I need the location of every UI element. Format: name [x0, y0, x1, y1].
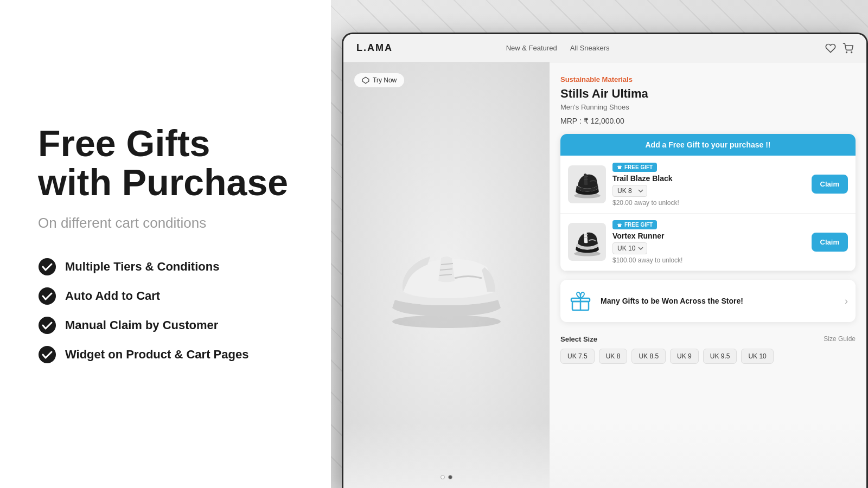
gift-item-2-info: FREE GIFT Vortex Runner UK 10 UK 8 UK 9 … [612, 220, 805, 265]
feature-item: Auto Add to Cart [38, 287, 293, 305]
product-type: Men's Running Shoes [560, 103, 856, 111]
size-btn[interactable]: UK 10 [741, 349, 773, 364]
tablet-frame: L.AMA New & Featured All Sneakers [342, 33, 868, 488]
product-price: MRP : ₹ 12,000.00 [560, 117, 856, 125]
chevron-right-icon: › [845, 296, 848, 307]
main-heading: Free Gifts with Purchase [38, 124, 293, 202]
svg-point-5 [851, 52, 852, 53]
left-panel: Free Gifts with Purchase On different ca… [0, 0, 331, 488]
store-nav-icons [825, 43, 853, 54]
product-category: Sustainable Materials [560, 75, 856, 84]
size-header: Select Size Size Guide [560, 335, 856, 343]
gift-item-2-name: Vortex Runner [612, 232, 805, 240]
check-icon [38, 345, 56, 364]
svg-point-3 [39, 346, 56, 363]
svg-line-17 [584, 234, 588, 235]
gift-icon-2 [617, 222, 622, 228]
gift-size-select-1[interactable]: UK 8 UK 9 UK 10 [612, 185, 647, 197]
dot-1[interactable] [441, 475, 445, 479]
svg-line-18 [584, 237, 588, 237]
many-gifts-banner[interactable]: Many Gifts to be Won Across the Store! › [560, 280, 856, 322]
size-section: Select Size Size Guide UK 7.5UK 8UK 8.5U… [560, 331, 856, 364]
gift-item-1: FREE GIFT Trail Blaze Black UK 8 UK 9 UK… [560, 156, 856, 214]
gift-icon-1 [617, 164, 622, 170]
gift-unlock-2: $100.00 away to unlock! [612, 256, 805, 264]
sneaker-image [360, 216, 533, 335]
gift-box-icon [568, 288, 593, 313]
claim-button-1[interactable]: Claim [812, 175, 848, 194]
feature-item: Widget on Product & Cart Pages [38, 345, 293, 364]
svg-point-1 [39, 287, 56, 305]
check-icon [38, 258, 56, 276]
product-name: Stills Air Ultima [560, 87, 856, 101]
svg-marker-6 [362, 77, 369, 84]
dot-2[interactable] [448, 475, 452, 479]
gift-badge-1: FREE GIFT [612, 163, 657, 172]
product-info-area: Sustainable Materials Stills Air Ultima … [550, 62, 866, 488]
check-icon [38, 316, 56, 335]
size-btn[interactable]: UK 7.5 [560, 349, 595, 364]
claim-button-2[interactable]: Claim [812, 233, 848, 252]
many-gifts-text: Many Gifts to be Won Across the Store! [601, 296, 837, 306]
ar-icon [362, 76, 369, 84]
gift-item-1-image [568, 165, 606, 203]
gift-widget: Add a Free Gift to your purchase !! [560, 134, 856, 271]
product-image-area: Try Now [343, 62, 550, 488]
ar-badge[interactable]: Try Now [354, 73, 404, 87]
gift-widget-header: Add a Free Gift to your purchase !! [560, 134, 856, 156]
svg-line-12 [584, 177, 588, 177]
store-nav: L.AMA New & Featured All Sneakers [343, 34, 866, 62]
size-btn[interactable]: UK 8.5 [631, 349, 666, 364]
wishlist-icon[interactable] [825, 43, 836, 54]
gift-size-select-2[interactable]: UK 10 UK 8 UK 9 [612, 242, 647, 254]
nav-link-new[interactable]: New & Featured [506, 44, 557, 52]
gift-item-2-image [568, 223, 606, 261]
gift-item-1-info: FREE GIFT Trail Blaze Black UK 8 UK 9 UK… [612, 162, 805, 207]
gift-badge-2: FREE GIFT [612, 220, 657, 229]
store-nav-links: New & Featured All Sneakers [506, 44, 610, 52]
sub-heading: On different cart conditions [38, 215, 293, 232]
size-label: Select Size [560, 335, 597, 343]
store-logo: L.AMA [356, 42, 393, 54]
store-content: Try Now [343, 62, 866, 488]
features-list: Multiple Tiers & Conditions Auto Add to … [38, 258, 293, 364]
size-btn[interactable]: UK 8 [599, 349, 628, 364]
check-icon [38, 287, 56, 305]
right-panel: L.AMA New & Featured All Sneakers [331, 0, 868, 488]
svg-point-0 [39, 258, 56, 275]
svg-line-13 [584, 179, 588, 179]
svg-point-2 [39, 317, 56, 334]
image-dots [441, 475, 452, 479]
feature-item: Multiple Tiers & Conditions [38, 258, 293, 276]
feature-item: Manual Claim by Customer [38, 316, 293, 335]
svg-point-7 [392, 315, 501, 328]
size-btn[interactable]: UK 9 [670, 349, 699, 364]
size-guide: Size Guide [824, 335, 856, 343]
size-grid: UK 7.5UK 8UK 8.5UK 9UK 9.5UK 10 [560, 349, 856, 364]
cart-icon[interactable] [843, 43, 853, 54]
gift-item-1-name: Trail Blaze Black [612, 174, 805, 183]
size-btn[interactable]: UK 9.5 [703, 349, 737, 364]
svg-point-4 [846, 52, 847, 53]
nav-link-sneakers[interactable]: All Sneakers [570, 44, 610, 52]
many-gifts-title: Many Gifts to be Won Across the Store! [601, 296, 837, 306]
gift-item-2: FREE GIFT Vortex Runner UK 10 UK 8 UK 9 … [560, 214, 856, 272]
gift-unlock-1: $20.00 away to unlock! [612, 199, 805, 207]
